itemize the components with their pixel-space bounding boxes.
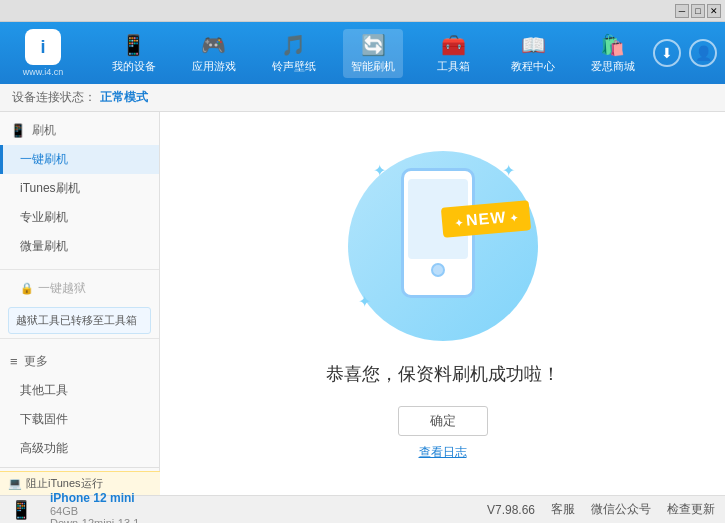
minimize-btn[interactable]: ─ [675,4,689,18]
lock-icon: 🔒 [20,282,34,295]
jailbreak-notice-text: 越狱工具已转移至工具箱 [16,314,137,326]
apps-games-label: 应用游戏 [192,59,236,74]
one-click-flash-label: 一键刷机 [20,152,68,166]
top-nav: i www.i4.cn 📱 我的设备 🎮 应用游戏 🎵 铃声壁纸 🔄 智能刷机 [0,22,725,84]
other-tools-label: 其他工具 [20,383,68,397]
bottom-bar: 📱 iPhone 12 mini 64GB Down-12mini-13,1 V… [0,495,725,523]
more-section: ≡ 更多 其他工具 下载固件 高级功能 [0,343,159,467]
sidebar-download-firmware[interactable]: 下载固件 [0,405,159,434]
itunes-notice-text: 阻止iTunes运行 [26,476,103,491]
mall-icon: 🛍️ [600,33,625,57]
advanced-label: 高级功能 [20,441,68,455]
nav-items: 📱 我的设备 🎮 应用游戏 🎵 铃声壁纸 🔄 智能刷机 🧰 工具箱 📖 [94,29,653,78]
flash-section-icon: 📱 [10,123,26,138]
flash-section-title: 📱 刷机 [0,116,159,145]
nav-tutorials[interactable]: 📖 教程中心 [503,29,563,78]
nav-ringtone[interactable]: 🎵 铃声壁纸 [264,29,324,78]
logo-url: www.i4.cn [23,67,64,77]
bottom-right: V7.98.66 客服 微信公众号 检查更新 [487,501,715,518]
jailbreak-label: 一键越狱 [38,280,86,297]
divider-2 [0,338,159,339]
download-btn[interactable]: ⬇ [653,39,681,67]
nav-mall[interactable]: 🛍️ 爱思商城 [583,29,643,78]
check-update-link[interactable]: 检查更新 [667,501,715,518]
status-bar: 设备连接状态： 正常模式 [0,84,725,112]
user-btn[interactable]: 👤 [689,39,717,67]
bottom-left: 📱 iPhone 12 mini 64GB Down-12mini-13,1 [10,491,139,524]
phone-illustration: NEW ✦ ✦ ✦ [343,146,543,346]
window-controls: ─ □ ✕ [675,4,721,18]
nav-my-device[interactable]: 📱 我的设备 [104,29,164,78]
itunes-notice-icon: 💻 [8,477,22,490]
sparkle-2: ✦ [502,161,515,180]
tutorials-icon: 📖 [521,33,546,57]
flash-section: 📱 刷机 一键刷机 iTunes刷机 专业刷机 微量刷机 [0,112,159,265]
device-name: iPhone 12 mini [50,491,139,505]
sidebar-micro-flash[interactable]: 微量刷机 [0,232,159,261]
my-device-label: 我的设备 [112,59,156,74]
itunes-flash-label: iTunes刷机 [20,181,80,195]
nav-toolbox[interactable]: 🧰 工具箱 [423,29,483,78]
confirm-button[interactable]: 确定 [398,406,488,436]
smart-flash-icon: 🔄 [361,33,386,57]
tutorials-label: 教程中心 [511,59,555,74]
sparkle-3: ✦ [358,292,371,311]
success-text: 恭喜您，保资料刷机成功啦！ [326,362,560,386]
smart-flash-label: 智能刷机 [351,59,395,74]
sidebar-itunes-flash[interactable]: iTunes刷机 [0,174,159,203]
device-firmware: Down-12mini-13,1 [50,517,139,524]
nav-right: ⬇ 👤 [653,39,717,67]
customer-service-link[interactable]: 客服 [551,501,575,518]
content-wrapper: 📱 刷机 一键刷机 iTunes刷机 专业刷机 微量刷机 🔒 [0,112,725,495]
logo-char: i [40,37,45,58]
phone-home-btn [431,263,445,277]
my-device-icon: 📱 [121,33,146,57]
ringtone-icon: 🎵 [281,33,306,57]
sparkle-1: ✦ [373,161,386,180]
device-storage: 64GB [50,505,139,517]
app-window: ─ □ ✕ i www.i4.cn 📱 我的设备 🎮 应用游戏 🎵 铃声壁纸 [0,0,725,523]
maximize-btn[interactable]: □ [691,4,705,18]
more-section-icon: ≡ [10,354,18,369]
sidebar-pro-flash[interactable]: 专业刷机 [0,203,159,232]
sidebar-other-tools[interactable]: 其他工具 [0,376,159,405]
pro-flash-label: 专业刷机 [20,210,68,224]
mall-label: 爱思商城 [591,59,635,74]
jailbreak-notice: 越狱工具已转移至工具箱 [8,307,151,334]
logo-area: i www.i4.cn [8,29,78,77]
ringtone-label: 铃声壁纸 [272,59,316,74]
nav-apps-games[interactable]: 🎮 应用游戏 [184,29,244,78]
device-icon: 📱 [10,499,32,521]
version-text: V7.98.66 [487,503,535,517]
jailbreak-section: 🔒 一键越狱 [0,274,159,303]
view-log-link[interactable]: 查看日志 [419,444,467,461]
bottom-device: iPhone 12 mini 64GB Down-12mini-13,1 [50,491,139,524]
sidebar: 📱 刷机 一键刷机 iTunes刷机 专业刷机 微量刷机 🔒 [0,112,160,495]
logo-icon: i [25,29,61,65]
nav-smart-flash[interactable]: 🔄 智能刷机 [343,29,403,78]
status-label: 设备连接状态： [12,89,96,106]
toolbox-label: 工具箱 [437,59,470,74]
more-section-label: 更多 [24,353,48,370]
download-firmware-label: 下载固件 [20,412,68,426]
more-section-title: ≡ 更多 [0,347,159,376]
apps-games-icon: 🎮 [201,33,226,57]
close-btn[interactable]: ✕ [707,4,721,18]
main-content: NEW ✦ ✦ ✦ 恭喜您，保资料刷机成功啦！ 确定 查看日志 [160,112,725,495]
flash-section-label: 刷机 [32,122,56,139]
divider-1 [0,269,159,270]
wechat-link[interactable]: 微信公众号 [591,501,651,518]
sidebar-advanced[interactable]: 高级功能 [0,434,159,463]
toolbox-icon: 🧰 [441,33,466,57]
sidebar-one-click-flash[interactable]: 一键刷机 [0,145,159,174]
status-value: 正常模式 [100,89,148,106]
micro-flash-label: 微量刷机 [20,239,68,253]
title-bar: ─ □ ✕ [0,0,725,22]
